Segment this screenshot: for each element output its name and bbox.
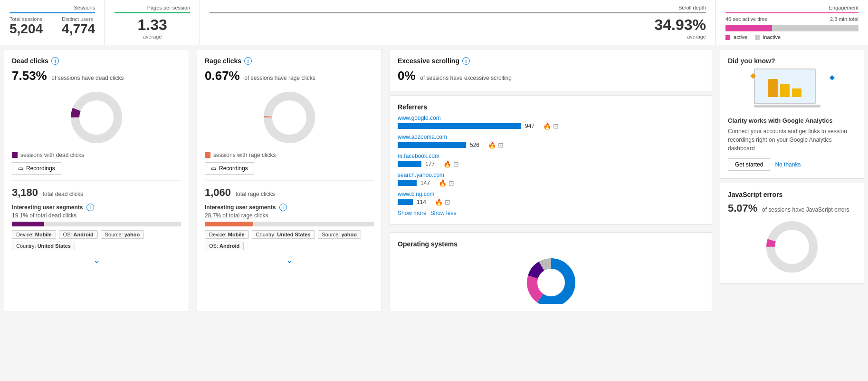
rage-clicks-info-icon[interactable]: i xyxy=(244,57,252,65)
rage-clicks-expand-icon[interactable]: ⌄ xyxy=(286,255,293,265)
dead-clicks-title: Dead clicks i xyxy=(12,57,181,65)
bar-chart-mini xyxy=(768,76,801,97)
dead-clicks-info-icon[interactable]: i xyxy=(51,57,59,65)
recording-icon-3[interactable]: ⊡ xyxy=(448,179,454,187)
middle-column: Excessive scrolling i 0% of sessions hav… xyxy=(386,45,716,316)
dead-clicks-total-value: 3,180 xyxy=(12,186,38,198)
recording-icon-4[interactable]: ⊡ xyxy=(445,198,450,206)
distinct-users-metric: Distinct users 4,774 xyxy=(62,16,95,37)
dead-clicks-pct-label: of sessions have dead clicks xyxy=(51,75,124,81)
recording-icon-1[interactable]: ⊡ xyxy=(498,141,504,149)
sessions-label: Sessions xyxy=(10,5,95,13)
js-errors-pct: 5.07% xyxy=(728,202,757,214)
dead-clicks-donut xyxy=(68,89,125,146)
tag-os-android: OS: Android xyxy=(59,230,98,239)
heatmap-icon-4[interactable]: 🔥 xyxy=(435,198,443,206)
tag-rage-os-android: OS: Android xyxy=(205,242,244,250)
did-you-know-card: Did you know? ◆ ◆ xyxy=(720,49,864,179)
diamond-icon-left: ◆ xyxy=(750,71,756,80)
heatmap-icon-3[interactable]: 🔥 xyxy=(439,179,447,187)
referrer-bar-2 xyxy=(398,161,421,167)
active-bar xyxy=(725,25,772,31)
active-dot xyxy=(725,35,730,40)
bar-1 xyxy=(768,79,778,97)
dyk-illustration: ◆ ◆ xyxy=(728,68,856,111)
recording-icon-0[interactable]: ⊡ xyxy=(553,122,559,130)
excessive-scrolling-pct: 0% xyxy=(398,68,416,83)
referrer-bar-4 xyxy=(398,199,413,205)
svg-point-2 xyxy=(268,96,311,139)
dead-clicks-seg-bar-fill xyxy=(12,222,44,226)
inactive-legend: inactive xyxy=(755,34,781,40)
rage-clicks-card: Rage clicks i 0.67% of sessions have rag… xyxy=(197,49,382,312)
pages-label: Pages per session xyxy=(114,5,190,13)
rage-clicks-tags-row1: Device: Mobile Country: United States So… xyxy=(205,230,374,239)
sessions-section: Sessions Total sessions 5,204 Distinct u… xyxy=(0,0,105,45)
js-errors-donut xyxy=(763,218,820,275)
dead-clicks-legend: sessions with dead clicks xyxy=(12,152,181,158)
dead-clicks-expand-icon[interactable]: ⌄ xyxy=(93,255,100,265)
rage-clicks-tags-row2: OS: Android xyxy=(205,242,374,250)
dead-clicks-seg-bar xyxy=(12,222,181,226)
dead-clicks-segments-info-icon[interactable]: i xyxy=(86,204,94,211)
rage-clicks-seg-bar xyxy=(205,222,374,226)
bar-2 xyxy=(780,84,790,97)
referrer-bar-1 xyxy=(398,142,466,148)
excessive-scrolling-card: Excessive scrolling i 0% of sessions hav… xyxy=(390,49,712,91)
total-time-label: 2.3 min total xyxy=(830,16,858,22)
tag-rage-source-yahoo: Source: yahoo xyxy=(318,230,361,239)
scroll-value: 34.93% xyxy=(654,16,706,34)
os-donut-container xyxy=(398,252,704,304)
sessions-metrics: Total sessions 5,204 Distinct users 4,77… xyxy=(10,16,95,37)
tag-rage-device-mobile: Device: Mobile xyxy=(205,230,249,239)
referrer-bar-3 xyxy=(398,180,417,186)
heatmap-icon-0[interactable]: 🔥 xyxy=(543,122,551,130)
rage-clicks-segments-pct: 28.7% of total rage clicks xyxy=(205,212,374,219)
pages-section: Pages per session 1.33 average xyxy=(105,0,200,45)
rage-clicks-seg-bar-fill xyxy=(205,222,253,226)
show-links: Show more Show less xyxy=(398,210,704,216)
excessive-scrolling-info-icon[interactable]: i xyxy=(462,57,470,65)
referrer-bar-0 xyxy=(398,123,521,129)
show-more-link[interactable]: Show more xyxy=(398,210,427,216)
tag-device-mobile: Device: Mobile xyxy=(12,230,56,239)
excessive-scrolling-pct-row: 0% of sessions have excessive scrolling xyxy=(398,68,704,83)
heatmap-icon-1[interactable]: 🔥 xyxy=(488,141,496,149)
referrer-row-4: www.bing.com 114 🔥 ⊡ xyxy=(398,191,704,206)
rage-clicks-donut xyxy=(261,89,318,146)
no-thanks-button[interactable]: No thanks xyxy=(775,161,801,168)
svg-point-8 xyxy=(771,225,813,268)
referrer-row-1: www.adzooma.com 526 🔥 ⊡ xyxy=(398,134,704,149)
rage-clicks-title: Rage clicks i xyxy=(205,57,374,65)
rage-clicks-pct: 0.67% xyxy=(205,68,240,83)
distinct-users-value: 4,774 xyxy=(62,22,95,37)
heatmap-icon-2[interactable]: 🔥 xyxy=(443,160,451,168)
recording-icon-2[interactable]: ⊡ xyxy=(453,160,459,168)
referrer-icons-0: 🔥 ⊡ xyxy=(543,122,559,130)
dead-clicks-total-label: total dead clicks xyxy=(43,191,83,197)
dead-clicks-recordings-button[interactable]: ▭ Recordings xyxy=(12,162,61,175)
rage-clicks-segments-info-icon[interactable]: i xyxy=(279,204,287,211)
dead-clicks-donut-container xyxy=(12,89,181,146)
rage-clicks-recordings-button[interactable]: ▭ Recordings xyxy=(205,162,254,175)
dyk-description: Connect your accounts and get links to s… xyxy=(728,127,856,153)
diamond-icon-right: ◆ xyxy=(830,73,835,81)
referrer-row-3: search.yahoo.com 147 🔥 ⊡ xyxy=(398,172,704,187)
tag-rage-country-us: Country: United States xyxy=(252,230,315,239)
right-panel: Did you know? ◆ ◆ xyxy=(716,45,868,316)
show-less-link[interactable]: Show less xyxy=(430,210,457,216)
dead-clicks-total-row: 3,180 total dead clicks xyxy=(12,186,181,199)
engagement-section: Engagement 46 sec active time 2.3 min to… xyxy=(716,0,868,45)
dyk-viz: ◆ ◆ xyxy=(754,68,830,111)
rage-clicks-pct-row: 0.67% of sessions have rage clicks xyxy=(205,68,374,83)
dyk-subtitle: Clarity works with Google Analytics xyxy=(728,117,856,124)
active-time-label: 46 sec active time xyxy=(725,16,767,22)
get-started-button[interactable]: Get started xyxy=(728,158,770,171)
scroll-sub: average xyxy=(687,34,706,39)
dead-clicks-tags-row2: Country: United States xyxy=(12,242,181,250)
tag-country-us: Country: United States xyxy=(12,242,75,250)
laptop-base xyxy=(754,105,820,107)
js-errors-pct-label: of sessions have JavaScript errors xyxy=(762,206,849,213)
dead-clicks-legend-color xyxy=(12,152,18,158)
recordings-icon: ▭ xyxy=(18,165,23,172)
